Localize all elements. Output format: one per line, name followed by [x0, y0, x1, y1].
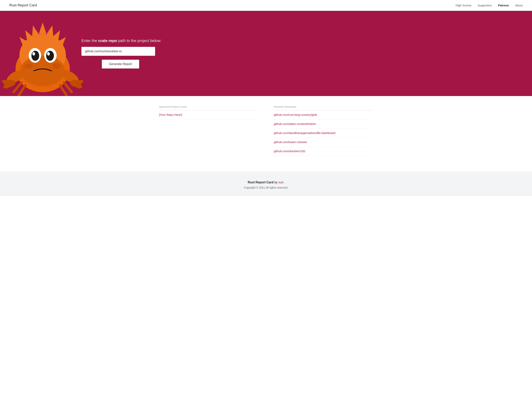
crab-illustration	[0, 11, 85, 96]
main-content: Sponsored Report Cards [Your Repo Here!]…	[150, 96, 382, 171]
list-item: github.com/davidhampgonsalves/life-dashb…	[274, 129, 373, 138]
navbar: Rust Report Card High ScoresSupportersPa…	[0, 0, 532, 11]
svg-point-18	[52, 63, 61, 69]
svg-line-30	[60, 85, 67, 96]
hero-title: Enter the crate repo path to the project…	[82, 38, 161, 43]
svg-point-10	[20, 55, 65, 86]
recently-section: Recently Generated github.com/rust-lang-…	[274, 105, 373, 156]
navbar-link-high-scores[interactable]: High Scores	[456, 4, 471, 7]
footer-by-text: by	[274, 181, 279, 184]
hero-title-bold: crate repo	[98, 38, 117, 43]
sponsored-section: Sponsored Report Cards [Your Repo Here!]	[159, 105, 258, 156]
svg-point-17	[25, 63, 33, 69]
svg-line-28	[19, 85, 25, 96]
navbar-link-patreon[interactable]: Patreon	[498, 4, 509, 7]
footer-brand: Rust Report Card by xuri.	[0, 181, 532, 184]
recently-list-item-link[interactable]: github.com/adam-mcdaniel/atom	[274, 122, 316, 125]
footer-copyright: Copyright © 2021 All rights reserved.	[0, 186, 532, 189]
svg-marker-2	[39, 22, 46, 34]
footer-brand-name: Rust Report Card	[248, 181, 273, 184]
navbar-links: High ScoresSupportersPatreonAbout	[456, 4, 523, 7]
svg-point-15	[32, 52, 35, 55]
recently-list-item-link[interactable]: github.com/rust-lang-nursery/glob	[274, 113, 317, 116]
hero-content: Enter the crate repo path to the project…	[82, 27, 161, 80]
recently-list-item-link[interactable]: github.com/davidhampgonsalves/life-dashb…	[274, 131, 336, 135]
navbar-link-about[interactable]: About	[515, 4, 523, 7]
svg-point-16	[47, 52, 50, 55]
list-item: github.com/adam-mcdaniel/atom	[274, 119, 373, 129]
sponsored-list: [Your Repo Here!]	[159, 110, 258, 119]
list-item: [Your Repo Here!]	[159, 110, 258, 119]
footer-author-link[interactable]: xuri	[279, 181, 284, 184]
generate-report-button[interactable]: Generate Report	[102, 60, 139, 68]
svg-point-13	[32, 51, 39, 61]
list-item: github.com/rust-lang-nursery/glob	[274, 110, 373, 119]
recently-list-item-link[interactable]: github.com/tower-rs/tower	[274, 140, 307, 144]
sponsored-list-item-link[interactable]: [Your Repo Here!]	[159, 113, 182, 116]
sponsored-title: Sponsored Report Cards	[159, 105, 258, 110]
recently-list-item-link[interactable]: github.com/sfackler/r2d2	[274, 149, 305, 153]
navbar-link-supporters[interactable]: Supporters	[478, 4, 492, 7]
list-item: github.com/tower-rs/tower	[274, 138, 373, 147]
footer: Rust Report Card by xuri. Copyright © 20…	[0, 171, 532, 196]
repo-input[interactable]	[82, 47, 155, 56]
svg-point-14	[46, 51, 54, 61]
list-item: github.com/sfackler/r2d2	[274, 147, 373, 156]
recently-title: Recently Generated	[274, 105, 373, 110]
navbar-brand: Rust Report Card	[9, 3, 37, 7]
recently-list: github.com/rust-lang-nursery/globgithub.…	[274, 110, 373, 156]
hero-section: Enter the crate repo path to the project…	[0, 11, 532, 96]
